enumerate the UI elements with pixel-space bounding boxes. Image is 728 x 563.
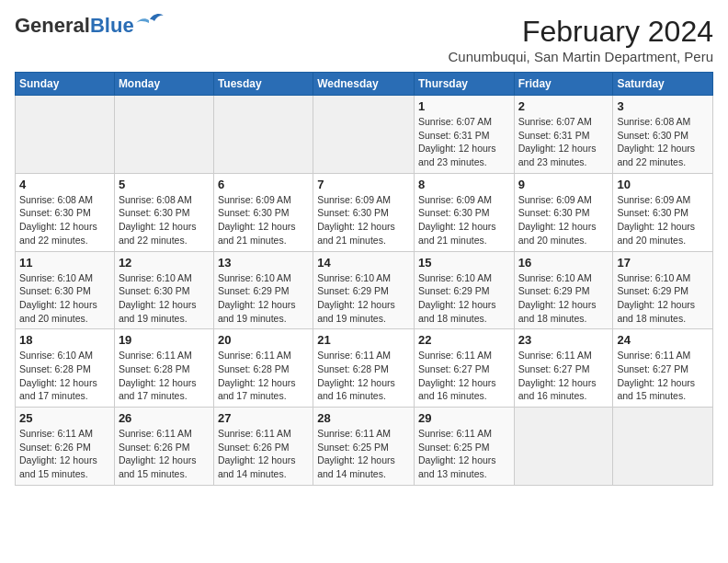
calendar-cell: 4Sunrise: 6:08 AM Sunset: 6:30 PM Daylig… bbox=[16, 173, 115, 251]
day-info: Sunrise: 6:11 AM Sunset: 6:25 PM Dayligh… bbox=[317, 427, 410, 481]
day-info: Sunrise: 6:11 AM Sunset: 6:25 PM Dayligh… bbox=[418, 427, 510, 481]
day-number: 20 bbox=[218, 333, 309, 347]
calendar-cell: 6Sunrise: 6:09 AM Sunset: 6:30 PM Daylig… bbox=[213, 173, 313, 251]
calendar-cell bbox=[16, 96, 115, 174]
day-number: 5 bbox=[119, 178, 210, 191]
day-number: 10 bbox=[617, 178, 709, 191]
logo-general: General bbox=[15, 14, 90, 37]
day-info: Sunrise: 6:09 AM Sunset: 6:30 PM Dayligh… bbox=[317, 193, 410, 247]
day-info: Sunrise: 6:07 AM Sunset: 6:31 PM Dayligh… bbox=[418, 115, 510, 169]
calendar-cell: 23Sunrise: 6:11 AM Sunset: 6:27 PM Dayli… bbox=[514, 329, 613, 408]
calendar-cell: 8Sunrise: 6:09 AM Sunset: 6:30 PM Daylig… bbox=[414, 173, 514, 251]
day-header-saturday: Saturday bbox=[613, 73, 713, 96]
day-info: Sunrise: 6:08 AM Sunset: 6:30 PM Dayligh… bbox=[119, 193, 210, 247]
day-number: 21 bbox=[317, 333, 410, 347]
logo: GeneralBlue bbox=[15, 15, 164, 37]
day-info: Sunrise: 6:07 AM Sunset: 6:31 PM Dayligh… bbox=[518, 115, 609, 169]
day-info: Sunrise: 6:11 AM Sunset: 6:28 PM Dayligh… bbox=[317, 349, 410, 403]
calendar-cell: 14Sunrise: 6:10 AM Sunset: 6:29 PM Dayli… bbox=[313, 251, 415, 329]
calendar-cell: 7Sunrise: 6:09 AM Sunset: 6:30 PM Daylig… bbox=[313, 173, 415, 251]
day-header-thursday: Thursday bbox=[414, 73, 514, 96]
logo-text: GeneralBlue bbox=[15, 15, 134, 37]
calendar-cell: 9Sunrise: 6:09 AM Sunset: 6:30 PM Daylig… bbox=[514, 173, 613, 251]
day-number: 22 bbox=[418, 333, 510, 347]
day-number: 6 bbox=[218, 178, 309, 191]
day-info: Sunrise: 6:11 AM Sunset: 6:26 PM Dayligh… bbox=[218, 427, 309, 481]
day-number: 17 bbox=[617, 256, 709, 270]
day-info: Sunrise: 6:11 AM Sunset: 6:27 PM Dayligh… bbox=[518, 349, 609, 403]
day-info: Sunrise: 6:08 AM Sunset: 6:30 PM Dayligh… bbox=[19, 193, 110, 247]
calendar-cell: 2Sunrise: 6:07 AM Sunset: 6:31 PM Daylig… bbox=[514, 96, 613, 174]
day-number: 23 bbox=[518, 333, 609, 347]
calendar-cell: 17Sunrise: 6:10 AM Sunset: 6:29 PM Dayli… bbox=[613, 251, 713, 329]
page-subtitle: Cunumbuqui, San Martin Department, Peru bbox=[449, 49, 713, 64]
day-info: Sunrise: 6:10 AM Sunset: 6:30 PM Dayligh… bbox=[119, 271, 210, 326]
calendar-cell bbox=[514, 408, 613, 486]
day-header-monday: Monday bbox=[114, 73, 213, 96]
calendar-cell: 12Sunrise: 6:10 AM Sunset: 6:30 PM Dayli… bbox=[114, 251, 213, 329]
day-number: 14 bbox=[317, 256, 410, 270]
day-info: Sunrise: 6:11 AM Sunset: 6:26 PM Dayligh… bbox=[119, 427, 210, 481]
day-number: 25 bbox=[19, 411, 110, 425]
day-number: 16 bbox=[518, 256, 609, 270]
day-number: 19 bbox=[119, 333, 210, 347]
calendar-cell bbox=[114, 96, 213, 174]
day-header-friday: Friday bbox=[514, 73, 613, 96]
calendar-cell: 11Sunrise: 6:10 AM Sunset: 6:30 PM Dayli… bbox=[16, 251, 115, 329]
day-number: 8 bbox=[418, 178, 510, 191]
day-info: Sunrise: 6:09 AM Sunset: 6:30 PM Dayligh… bbox=[617, 193, 709, 247]
calendar-cell: 19Sunrise: 6:11 AM Sunset: 6:28 PM Dayli… bbox=[114, 329, 213, 408]
day-number: 15 bbox=[418, 256, 510, 270]
calendar-cell: 29Sunrise: 6:11 AM Sunset: 6:25 PM Dayli… bbox=[414, 408, 514, 486]
day-number: 7 bbox=[317, 178, 410, 191]
calendar-cell: 27Sunrise: 6:11 AM Sunset: 6:26 PM Dayli… bbox=[213, 408, 313, 486]
day-number: 13 bbox=[218, 256, 309, 270]
calendar-week-row: 11Sunrise: 6:10 AM Sunset: 6:30 PM Dayli… bbox=[16, 251, 713, 329]
day-info: Sunrise: 6:10 AM Sunset: 6:29 PM Dayligh… bbox=[218, 271, 309, 326]
title-block: February 2024 Cunumbuqui, San Martin Dep… bbox=[449, 15, 713, 64]
day-header-sunday: Sunday bbox=[16, 73, 115, 96]
day-number: 9 bbox=[518, 178, 609, 191]
day-number: 11 bbox=[19, 256, 110, 270]
calendar-cell: 15Sunrise: 6:10 AM Sunset: 6:29 PM Dayli… bbox=[414, 251, 514, 329]
day-number: 28 bbox=[317, 411, 410, 425]
day-info: Sunrise: 6:11 AM Sunset: 6:26 PM Dayligh… bbox=[19, 427, 110, 481]
calendar-cell: 24Sunrise: 6:11 AM Sunset: 6:27 PM Dayli… bbox=[613, 329, 713, 408]
day-number: 12 bbox=[119, 256, 210, 270]
day-info: Sunrise: 6:10 AM Sunset: 6:28 PM Dayligh… bbox=[19, 349, 110, 403]
day-number: 27 bbox=[218, 411, 309, 425]
calendar-cell: 25Sunrise: 6:11 AM Sunset: 6:26 PM Dayli… bbox=[16, 408, 115, 486]
day-number: 18 bbox=[19, 333, 110, 347]
day-info: Sunrise: 6:11 AM Sunset: 6:27 PM Dayligh… bbox=[418, 349, 510, 403]
page-header: GeneralBlue February 2024 Cunumbuqui, Sa… bbox=[15, 15, 713, 64]
day-number: 1 bbox=[418, 99, 510, 113]
day-info: Sunrise: 6:09 AM Sunset: 6:30 PM Dayligh… bbox=[418, 193, 510, 247]
page-title: February 2024 bbox=[449, 15, 713, 49]
calendar-cell bbox=[213, 96, 313, 174]
calendar-week-row: 1Sunrise: 6:07 AM Sunset: 6:31 PM Daylig… bbox=[16, 96, 713, 174]
calendar-cell: 28Sunrise: 6:11 AM Sunset: 6:25 PM Dayli… bbox=[313, 408, 415, 486]
calendar-week-row: 25Sunrise: 6:11 AM Sunset: 6:26 PM Dayli… bbox=[16, 408, 713, 486]
calendar-cell: 21Sunrise: 6:11 AM Sunset: 6:28 PM Dayli… bbox=[313, 329, 415, 408]
day-info: Sunrise: 6:11 AM Sunset: 6:27 PM Dayligh… bbox=[617, 349, 709, 403]
day-number: 29 bbox=[418, 411, 510, 425]
day-info: Sunrise: 6:10 AM Sunset: 6:29 PM Dayligh… bbox=[418, 271, 510, 326]
day-number: 24 bbox=[617, 333, 709, 347]
logo-bird-icon bbox=[136, 12, 164, 32]
day-header-tuesday: Tuesday bbox=[213, 73, 313, 96]
day-info: Sunrise: 6:10 AM Sunset: 6:30 PM Dayligh… bbox=[19, 271, 110, 326]
day-info: Sunrise: 6:11 AM Sunset: 6:28 PM Dayligh… bbox=[119, 349, 210, 403]
calendar-cell bbox=[313, 96, 415, 174]
calendar-cell: 10Sunrise: 6:09 AM Sunset: 6:30 PM Dayli… bbox=[613, 173, 713, 251]
calendar-cell: 5Sunrise: 6:08 AM Sunset: 6:30 PM Daylig… bbox=[114, 173, 213, 251]
calendar-cell: 1Sunrise: 6:07 AM Sunset: 6:31 PM Daylig… bbox=[414, 96, 514, 174]
day-info: Sunrise: 6:09 AM Sunset: 6:30 PM Dayligh… bbox=[518, 193, 609, 247]
calendar-cell: 18Sunrise: 6:10 AM Sunset: 6:28 PM Dayli… bbox=[16, 329, 115, 408]
calendar-cell: 20Sunrise: 6:11 AM Sunset: 6:28 PM Dayli… bbox=[213, 329, 313, 408]
day-number: 3 bbox=[617, 99, 709, 113]
day-info: Sunrise: 6:09 AM Sunset: 6:30 PM Dayligh… bbox=[218, 193, 309, 247]
calendar-cell: 16Sunrise: 6:10 AM Sunset: 6:29 PM Dayli… bbox=[514, 251, 613, 329]
day-number: 26 bbox=[119, 411, 210, 425]
day-info: Sunrise: 6:11 AM Sunset: 6:28 PM Dayligh… bbox=[218, 349, 309, 403]
calendar-header-row: SundayMondayTuesdayWednesdayThursdayFrid… bbox=[16, 73, 713, 96]
